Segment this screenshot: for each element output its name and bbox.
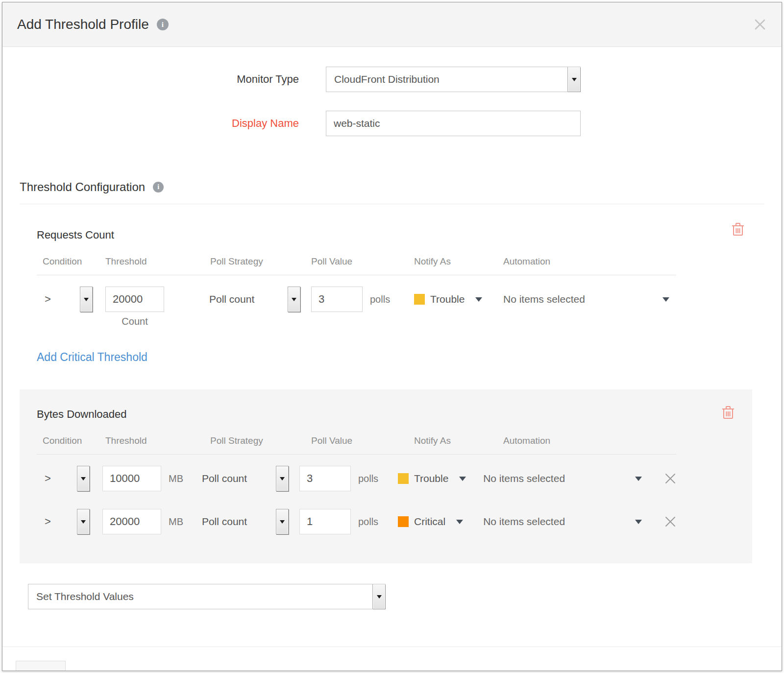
poll-strategy-value: Poll count [202,473,247,484]
remove-row-icon[interactable] [664,473,676,484]
add-critical-threshold-link[interactable]: Add Critical Threshold [37,351,147,364]
severity-label: Trouble [414,473,448,484]
caret-down-icon [459,477,466,481]
dropdown-arrow-icon[interactable] [567,67,580,92]
automation-value: No items selected [503,293,585,305]
poll-strategy-select[interactable]: Poll count [209,287,311,312]
add-threshold-profile-dialog: Add Threshold Profile i Monitor Type Clo… [2,2,782,671]
automation-value: No items selected [483,516,565,528]
threshold-config-title: Threshold Configuration [20,180,145,194]
notify-as-select[interactable]: Critical [398,516,483,528]
dropdown-arrow-icon[interactable] [80,287,93,312]
caret-down-icon [635,520,642,524]
dialog-header: Add Threshold Profile i [2,2,782,47]
threshold-input[interactable] [105,287,164,312]
poll-strategy-select[interactable]: Poll count [202,466,299,491]
col-poll-value: Poll Value [311,256,414,267]
dialog-footer: Save [2,647,782,671]
remove-row-icon[interactable] [664,516,676,528]
display-name-input[interactable] [326,111,581,136]
metric-name: Bytes Downloaded [37,408,752,421]
monitor-type-label: Monitor Type [2,73,299,86]
metric-name: Requests Count [37,229,764,241]
display-name-row: Display Name [2,111,782,136]
dropdown-arrow-icon[interactable] [372,584,385,609]
metric-section-bytes-downloaded: Bytes Downloaded Condition Threshold Pol… [20,408,752,535]
automation-select[interactable]: No items selected [483,516,649,528]
poll-unit-label: polls [358,516,378,528]
trash-icon[interactable] [731,222,745,239]
threshold-row: > Count Poll count [37,286,676,312]
info-icon[interactable]: i [153,182,164,192]
col-threshold: Threshold [105,435,209,446]
poll-value-input[interactable] [299,509,351,534]
metric-section-requests-count: Requests Count Condition Threshold Poll … [20,229,764,364]
threshold-unit-label: MB [169,516,183,528]
notify-as-select[interactable]: Trouble [414,293,503,305]
threshold-row: > MB Poll count [37,465,676,492]
threshold-row: > MB Poll count [37,508,676,535]
caret-down-icon [635,477,642,481]
col-automation: Automation [503,435,676,446]
info-icon[interactable]: i [157,19,169,30]
threshold-input[interactable] [102,509,161,534]
automation-value: No items selected [483,473,565,484]
col-threshold: Threshold [105,256,209,267]
monitor-type-select[interactable]: CloudFront Distribution [326,67,581,92]
col-poll-strategy: Poll Strategy [209,435,311,446]
save-button[interactable]: Save [16,661,66,671]
condition-value: > [45,515,51,528]
severity-swatch [398,473,409,484]
close-icon[interactable] [753,18,767,31]
poll-value-input[interactable] [311,287,363,312]
col-automation: Automation [503,256,676,267]
poll-strategy-value: Poll count [202,516,247,528]
caret-down-icon [475,297,482,302]
col-poll-strategy: Poll Strategy [209,256,311,267]
set-threshold-values-select[interactable]: Set Threshold Values [28,584,386,609]
severity-swatch [414,294,425,305]
caret-down-icon [662,297,669,302]
condition-value: > [45,472,51,485]
severity-label: Trouble [430,293,465,305]
automation-select[interactable]: No items selected [503,293,676,305]
column-headers: Condition Threshold Poll Strategy Poll V… [37,435,676,455]
poll-strategy-value: Poll count [209,293,254,305]
set-threshold-values-value: Set Threshold Values [28,584,372,609]
poll-strategy-select[interactable]: Poll count [202,509,299,534]
condition-value: > [45,293,51,306]
dropdown-arrow-icon[interactable] [77,466,90,491]
metric-panel-bytes-downloaded: Bytes Downloaded Condition Threshold Pol… [20,389,752,563]
col-condition: Condition [37,256,105,267]
dropdown-arrow-icon[interactable] [288,287,300,312]
col-condition: Condition [37,435,105,446]
display-name-label: Display Name [2,117,299,130]
automation-select[interactable]: No items selected [483,473,649,484]
condition-select[interactable]: > [37,466,102,491]
col-poll-value: Poll Value [311,435,414,446]
threshold-input[interactable] [102,466,161,491]
caret-down-icon [456,520,463,524]
divider [20,204,764,204]
dropdown-arrow-icon[interactable] [276,466,289,491]
threshold-unit-label: Count [105,316,164,327]
dropdown-arrow-icon[interactable] [77,509,90,534]
col-notify-as: Notify As [414,435,503,446]
severity-swatch [398,516,409,527]
notify-as-select[interactable]: Trouble [398,473,483,484]
severity-label: Critical [414,516,445,528]
poll-value-input[interactable] [299,466,351,491]
threshold-config-header: Threshold Configuration i [20,180,764,194]
dropdown-arrow-icon[interactable] [276,509,289,534]
condition-select[interactable]: > [37,509,102,534]
column-headers: Condition Threshold Poll Strategy Poll V… [37,256,676,275]
monitor-type-row: Monitor Type CloudFront Distribution [2,67,782,92]
poll-unit-label: polls [358,473,378,484]
col-notify-as: Notify As [414,256,503,267]
dialog-title: Add Threshold Profile [17,17,149,32]
monitor-type-value: CloudFront Distribution [326,67,567,92]
condition-select[interactable]: > [37,287,105,312]
trash-icon[interactable] [721,405,735,422]
threshold-unit-label: MB [169,473,183,484]
poll-unit-label: polls [370,294,390,305]
